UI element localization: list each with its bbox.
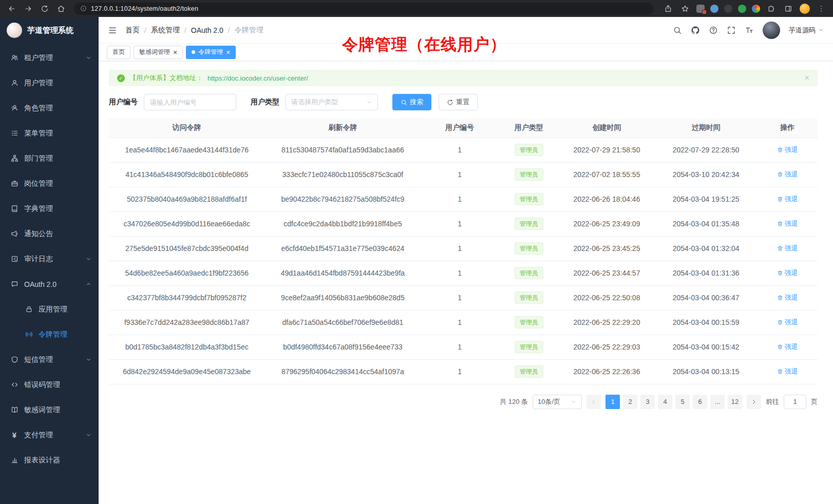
sidebar: 芋道管理系统 租户管理用户管理角色管理菜单管理部门管理岗位管理字典管理通知公告审… (0, 17, 99, 504)
collapse-menu-icon[interactable] (108, 26, 117, 35)
page-button-4[interactable]: 4 (658, 395, 672, 409)
chevron-down-icon (818, 27, 824, 33)
sidebar-item-16[interactable]: 报表设计器 (0, 448, 99, 473)
help-icon[interactable] (709, 26, 718, 35)
search-button[interactable]: 搜索 (392, 94, 431, 110)
user-avatar[interactable] (763, 22, 780, 39)
user-id-input[interactable] (144, 94, 236, 110)
page-button-5[interactable]: 5 (675, 395, 690, 409)
force-logout-label: 强退 (785, 145, 798, 154)
sidebar-item-12[interactable]: 短信管理 (0, 347, 99, 372)
sidebar-item-5[interactable]: 岗位管理 (0, 171, 99, 196)
breadcrumb-item-1[interactable]: 系统管理 (151, 26, 180, 35)
user-type-badge: 管理员 (515, 144, 543, 156)
page-button-6[interactable]: 6 (693, 395, 707, 409)
user-id-cell: 1 (421, 261, 499, 285)
force-logout-button[interactable]: 强退 (777, 268, 798, 278)
tab-2[interactable]: 令牌管理× (186, 46, 236, 59)
back-icon[interactable] (6, 3, 17, 14)
extension-dark-icon[interactable] (724, 5, 732, 13)
extension-green-icon[interactable] (738, 5, 746, 13)
expire-time-cell: 2054-03-10 20:42:34 (655, 162, 758, 187)
extensions-puzzle-icon[interactable] (766, 3, 777, 14)
extension-red-badge-icon[interactable] (696, 5, 705, 13)
tab-label: 首页 (112, 48, 125, 56)
force-logout-button[interactable]: 强退 (777, 195, 798, 204)
tab-0[interactable]: 首页 (107, 46, 130, 59)
sidebar-item-11[interactable]: 令牌管理 (0, 322, 99, 347)
sidebar-item-8[interactable]: 审计日志 (0, 246, 99, 272)
sidebar-item-label: 令牌管理 (39, 330, 91, 339)
sidebar-item-3[interactable]: 菜单管理 (0, 121, 99, 146)
tab-close-icon[interactable]: × (173, 49, 177, 56)
sidebar-item-10[interactable]: 应用管理 (0, 297, 99, 322)
share-icon[interactable] (662, 3, 674, 14)
create-time-cell: 2022-06-25 22:26:36 (559, 359, 654, 384)
more-menu-icon[interactable] (816, 3, 827, 14)
user-type-select[interactable]: 请选择用户类型 (286, 94, 378, 110)
reset-button[interactable]: 重置 (439, 94, 478, 110)
search-icon[interactable] (673, 26, 682, 35)
sidebar-item-14[interactable]: 敏感词管理 (0, 397, 99, 422)
force-logout-button[interactable]: 强退 (777, 145, 798, 154)
page-size-select[interactable]: 10条/页 (533, 395, 582, 409)
bookmark-star-icon[interactable] (679, 3, 691, 14)
page-button-1[interactable]: 1 (605, 395, 620, 409)
force-logout-label: 强退 (785, 293, 798, 302)
sidebar-item-7[interactable]: 通知公告 (0, 221, 99, 246)
url-bar[interactable]: 127.0.0.1:1024/system/oauth2/token (74, 3, 653, 15)
doc-link[interactable]: https://doc.iocoder.cn/user-center/ (207, 74, 308, 82)
create-time-cell: 2022-06-25 22:50:08 (559, 285, 654, 310)
site-info-icon[interactable] (80, 5, 87, 12)
more-pages-button[interactable]: ... (710, 395, 725, 409)
force-logout-button[interactable]: 强退 (777, 318, 798, 327)
force-logout-button[interactable]: 强退 (777, 170, 798, 179)
user-type-badge: 管理员 (515, 242, 543, 255)
profile-avatar[interactable] (800, 4, 810, 14)
table-row-5: 54d6be82ee5a460a9aedc1f9bf22365649d1aa46… (109, 261, 818, 285)
page-button-2[interactable]: 2 (623, 395, 637, 409)
sidebar-item-label: 菜单管理 (24, 129, 91, 138)
goto-page-input[interactable] (784, 395, 806, 409)
github-icon[interactable] (691, 26, 700, 35)
refresh-token-cell: 333ecfc71e02480cb11055c875c3ca0f (265, 162, 421, 187)
create-time-cell: 2022-06-25 23:44:57 (559, 261, 654, 285)
page-button-3[interactable]: 3 (640, 395, 655, 409)
home-icon[interactable] (55, 3, 67, 14)
force-logout-button[interactable]: 强退 (777, 342, 798, 352)
forward-icon[interactable] (23, 3, 34, 14)
sidebar-item-1[interactable]: 用户管理 (0, 70, 99, 95)
expire-time-cell: 2054-03-04 01:31:36 (655, 261, 758, 285)
force-logout-button[interactable]: 强退 (777, 219, 798, 228)
fullscreen-icon[interactable] (727, 26, 736, 35)
sidebar-item-13[interactable]: 错误码管理 (0, 372, 99, 397)
user-type-badge: 管理员 (515, 341, 543, 353)
action-cell: 强退 (758, 335, 818, 359)
next-page-button[interactable] (747, 395, 761, 409)
alert-close-icon[interactable]: × (805, 74, 809, 82)
user-type-cell: 管理员 (499, 187, 559, 211)
force-logout-button[interactable]: 强退 (777, 367, 798, 376)
sidebar-panel-icon[interactable] (783, 3, 794, 14)
tab-1[interactable]: 敏感词管理× (134, 46, 183, 59)
sidebar-item-9[interactable]: OAuth 2.0 (0, 272, 99, 297)
tab-close-icon[interactable]: × (226, 49, 230, 56)
reload-icon[interactable] (39, 3, 50, 14)
font-size-icon[interactable] (745, 26, 754, 35)
sidebar-item-0[interactable]: 租户管理 (0, 45, 99, 70)
extension-colorful-icon[interactable] (752, 5, 760, 13)
sidebar-item-15[interactable]: ¥支付管理 (0, 422, 99, 448)
force-logout-button[interactable]: 强退 (777, 293, 798, 302)
page-button-12[interactable]: 12 (728, 395, 742, 409)
sidebar-item-2[interactable]: 角色管理 (0, 95, 99, 121)
breadcrumb-item-0[interactable]: 首页 (125, 26, 140, 35)
sidebar-item-6[interactable]: 字典管理 (0, 196, 99, 221)
sidebar-item-4[interactable]: 部门管理 (0, 146, 99, 171)
breadcrumb-item-2[interactable]: OAuth 2.0 (191, 26, 223, 34)
force-logout-button[interactable]: 强退 (777, 244, 798, 253)
extension-blue-icon[interactable] (710, 5, 718, 13)
prev-page-button[interactable] (586, 395, 601, 409)
table-body: 1ea5e44f8bc1467aaede43144f31de76811c5304… (109, 138, 818, 384)
action-cell: 强退 (758, 187, 818, 211)
user-menu[interactable]: 芋道源码 (789, 26, 824, 35)
